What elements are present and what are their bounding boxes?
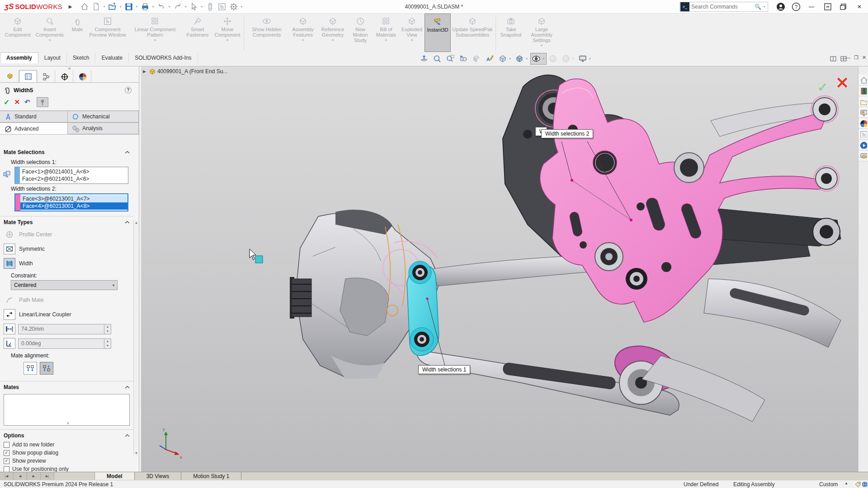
search-commands-box[interactable]: >_ 🔍 ▾: [679, 2, 768, 12]
ribbon-update-speedpak[interactable]: Update SpeedPak Subassemblies: [451, 14, 494, 52]
inspection-icon[interactable]: [859, 150, 868, 161]
redo-button[interactable]: [172, 1, 184, 12]
save-dropdown-icon[interactable]: ▾: [135, 5, 139, 9]
distance-input[interactable]: [19, 324, 104, 334]
ribbon-mate[interactable]: Mate: [67, 14, 88, 52]
split-horizontal-icon[interactable]: [830, 55, 837, 62]
doc-minimize-button[interactable]: —: [845, 55, 850, 61]
print-dropdown-icon[interactable]: ▾: [151, 5, 156, 9]
flyout-tree-arrow-icon[interactable]: ▶: [143, 69, 146, 74]
help-icon[interactable]: ?: [790, 1, 802, 12]
prev-tab-button[interactable]: ◀: [14, 472, 27, 480]
mate-type-width[interactable]: Width: [0, 256, 133, 271]
scroll-down-icon[interactable]: ▼: [135, 451, 138, 455]
user-account-icon[interactable]: [775, 1, 787, 12]
selection-item[interactable]: Face<2>@60214001_A<6>: [20, 175, 128, 183]
ribbon-take-snapshot[interactable]: Take Snapshot: [497, 14, 524, 52]
cancel-button[interactable]: ✕: [14, 98, 20, 106]
web-help-icon[interactable]: [862, 481, 868, 488]
resize-grip[interactable]: [67, 422, 69, 424]
checkbox[interactable]: ✓: [4, 450, 9, 456]
distance-spinner[interactable]: ▲▼: [104, 324, 111, 334]
ribbon-insert-components[interactable]: Insert Components▾: [33, 14, 67, 52]
ribbon-edit-component[interactable]: Edit Component: [3, 14, 33, 52]
collapse-icon[interactable]: [125, 151, 130, 154]
collapse-icon[interactable]: [125, 434, 130, 437]
anti-aligned-button[interactable]: [40, 362, 53, 375]
ribbon-bill-of-materials[interactable]: Bill of Materials▾: [373, 14, 399, 52]
tab-configuration-manager[interactable]: [37, 70, 55, 82]
selection-item-selected[interactable]: Face<4>@60213001_A<8>: [20, 202, 127, 210]
ribbon-show-hidden-components[interactable]: Show Hidden Components: [245, 14, 288, 52]
view-palette-icon[interactable]: [859, 107, 868, 118]
mates-list-box[interactable]: [4, 394, 130, 426]
aligned-button[interactable]: [24, 362, 37, 375]
tab-featuremanager-tree[interactable]: [1, 70, 19, 82]
collapse-icon[interactable]: [125, 221, 130, 224]
search-input[interactable]: [691, 4, 755, 10]
tab-sketch[interactable]: Sketch: [67, 53, 96, 63]
tab-property-manager[interactable]: [19, 70, 37, 82]
appearances-scenes-icon[interactable]: [859, 118, 868, 129]
selection-item[interactable]: Face<3>@60213001_A<7>: [20, 195, 127, 202]
hide-show-items-icon[interactable]: ▾: [530, 53, 547, 65]
pm-help-icon[interactable]: ?: [125, 87, 132, 94]
section-view-icon[interactable]: [471, 53, 483, 65]
undo-dropdown-icon[interactable]: ▾: [167, 5, 172, 9]
keep-visible-pin-button[interactable]: [37, 97, 48, 107]
ribbon-instant3d[interactable]: Instant3D: [425, 14, 451, 52]
zoom-to-area-icon[interactable]: [444, 53, 457, 65]
option-show-preview[interactable]: ✓ Show preview: [0, 457, 133, 465]
scroll-up-icon[interactable]: ▲: [135, 221, 138, 224]
select-dropdown-icon[interactable]: ▾: [200, 5, 204, 9]
close-button[interactable]: ✕: [854, 1, 865, 12]
doc-restore-button[interactable]: ❐: [854, 55, 859, 61]
normal-to-icon[interactable]: [418, 53, 431, 65]
doc-close-button[interactable]: ✕: [862, 55, 866, 61]
search-dropdown-icon[interactable]: ▾: [762, 5, 767, 9]
breadcrumb[interactable]: ▶ 40099001_A (Front End Su...: [143, 68, 227, 75]
ribbon-exploded-view[interactable]: Exploded View▾: [399, 14, 425, 52]
ribbon-smart-fasteners[interactable]: Smart Fasteners: [183, 14, 212, 52]
section-options[interactable]: Options: [0, 429, 133, 441]
section-mate-types[interactable]: Mate Types: [0, 216, 133, 227]
open-button[interactable]: [107, 1, 118, 12]
width-selections-2-box[interactable]: Face<3>@60213001_A<7> Face<4>@60213001_A…: [14, 193, 128, 211]
menu-expand-icon[interactable]: ▶: [69, 4, 72, 9]
ribbon-move-component[interactable]: Move Component▾: [212, 14, 242, 52]
mate-type-profile-center[interactable]: Profile Center: [0, 227, 133, 242]
graphics-viewport[interactable]: x y ▶ 40099001_A (Front End Su... Wi Wid…: [141, 66, 858, 472]
confirm-cancel-icon[interactable]: ✕: [835, 74, 849, 93]
design-library-icon[interactable]: [859, 85, 868, 96]
panel-grip[interactable]: [0, 66, 139, 70]
tab-advanced[interactable]: Advanced: [0, 122, 68, 134]
previous-view-icon[interactable]: [458, 53, 470, 65]
angle-input[interactable]: [19, 339, 104, 348]
ribbon-new-motion-study[interactable]: New Motion Study: [348, 14, 373, 52]
option-show-popup-dialog[interactable]: ✓ Show popup dialog: [0, 449, 133, 457]
tab-standard[interactable]: Standard: [0, 111, 68, 122]
tab-solidworks-add-ins[interactable]: SOLIDWORKS Add-Ins: [129, 53, 198, 63]
tab-motion-study-1[interactable]: Motion Study 1: [181, 472, 241, 480]
constraint-dropdown[interactable]: Centered ▾: [11, 280, 118, 290]
mate-type-symmetric[interactable]: Symmetric: [0, 242, 133, 256]
search-icon[interactable]: 🔍: [755, 4, 761, 10]
annotation-views-icon[interactable]: [484, 53, 496, 65]
ribbon-component-preview-window[interactable]: Component Preview Window: [88, 14, 127, 52]
options-dropdown-icon[interactable]: ▾: [240, 5, 244, 9]
selection-item[interactable]: Face<1>@60214001_A<6>: [20, 168, 128, 175]
option-add-to-new-folder[interactable]: Add to new folder: [0, 441, 133, 449]
solidworks-forum-icon[interactable]: [859, 140, 868, 150]
section-mates[interactable]: Mates: [0, 381, 133, 392]
checkbox[interactable]: [4, 466, 9, 472]
home-tab-icon[interactable]: [859, 75, 868, 85]
undo-button[interactable]: [156, 1, 167, 12]
status-configuration[interactable]: Custom: [819, 481, 838, 488]
width-selections-1-box[interactable]: Face<1>@60214001_A<6> Face<2>@60214001_A…: [14, 167, 128, 184]
tab-dimxpert-manager[interactable]: [55, 70, 73, 82]
zoom-to-fit-icon[interactable]: [431, 53, 444, 65]
collapse-icon[interactable]: [125, 386, 130, 389]
ribbon-reference-geometry[interactable]: Reference Geometry▾: [318, 14, 348, 52]
restore-button[interactable]: [837, 1, 849, 12]
display-style-icon[interactable]: ▾: [514, 53, 530, 65]
